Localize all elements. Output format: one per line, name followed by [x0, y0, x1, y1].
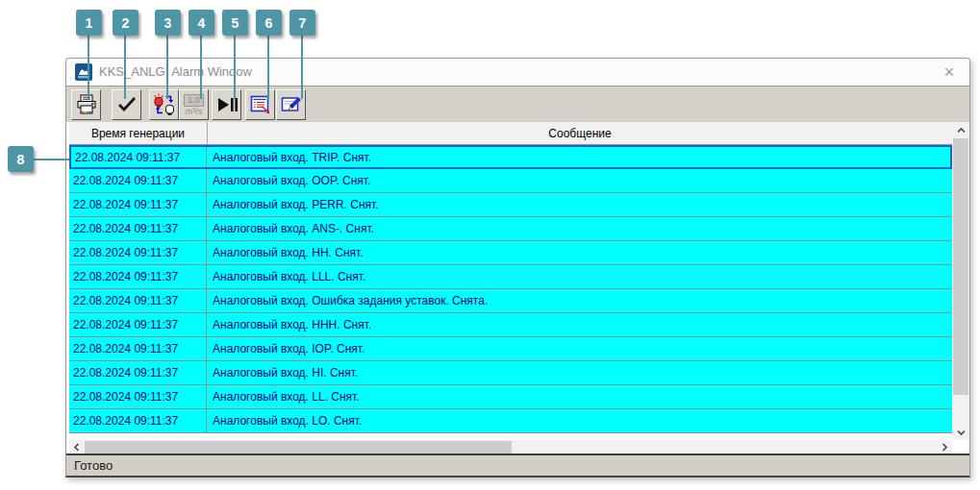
flow-units-button[interactable]: 1.0 m³/s	[179, 89, 209, 120]
column-header-message[interactable]: Сообщение	[208, 122, 952, 144]
edit-notes-icon	[280, 93, 303, 116]
row-message: Аналоговый вход. ANS-. Снят.	[207, 217, 952, 240]
check-icon	[115, 93, 138, 116]
table-row[interactable]: 22.08.2024 09:11:37 Аналоговый вход. HH.…	[69, 241, 952, 265]
event-list-button[interactable]	[245, 89, 275, 120]
print-button[interactable]	[71, 89, 101, 120]
callout-line-3	[166, 36, 168, 99]
alarm-mode-button[interactable]	[149, 89, 179, 120]
row-time: 22.08.2024 09:11:37	[69, 289, 207, 312]
status-bar: Готово	[66, 453, 969, 476]
scroll-left-icon[interactable]	[69, 440, 85, 454]
printer-icon	[75, 93, 98, 116]
row-time: 22.08.2024 09:11:37	[69, 217, 207, 240]
row-time: 22.08.2024 09:11:37	[69, 265, 207, 288]
row-message: Аналоговый вход. LL. Снят.	[207, 385, 952, 408]
horizontal-scrollbar[interactable]	[69, 440, 952, 454]
row-message: Аналоговый вход. IOP. Снят.	[207, 337, 952, 360]
row-time: 22.08.2024 09:11:37	[69, 193, 207, 216]
alarm-rows: 22.08.2024 09:11:37 Аналоговый вход. TRI…	[69, 145, 952, 433]
table-row[interactable]: 22.08.2024 09:11:37 Аналоговый вход. OOP…	[69, 169, 952, 193]
column-header-time[interactable]: Время генерации	[69, 122, 208, 144]
status-text: Готово	[66, 458, 113, 473]
scroll-right-icon[interactable]	[937, 440, 952, 454]
callout-line-2	[124, 36, 126, 99]
callout-badge-5: 5	[222, 10, 248, 36]
callout-badge-1: 1	[76, 10, 102, 36]
row-message: Аналоговый вход. PERR. Снят.	[207, 193, 952, 216]
window-title: KKS_ANLGI Alarm Window	[99, 64, 252, 79]
callout-badge-2: 2	[113, 10, 138, 36]
row-message: Аналоговый вход. HH. Снят.	[207, 241, 952, 264]
row-message: Аналоговый вход. LO. Снят.	[207, 409, 952, 432]
acknowledge-button[interactable]	[112, 89, 141, 120]
table-row[interactable]: 22.08.2024 09:11:37 Аналоговый вход. Оши…	[69, 289, 952, 313]
row-time: 22.08.2024 09:11:37	[69, 313, 207, 336]
alarm-window: KKS_ANLGI Alarm Window ×	[65, 58, 970, 478]
play-pause-button[interactable]	[212, 89, 241, 120]
vertical-scroll-thumb[interactable]	[953, 138, 968, 395]
row-time: 22.08.2024 09:11:37	[69, 337, 207, 360]
row-message: Аналоговый вход. HI. Снят.	[207, 361, 952, 384]
horizontal-scroll-thumb[interactable]	[85, 441, 512, 453]
scroll-down-icon[interactable]	[952, 424, 969, 440]
callout-line-5	[234, 36, 236, 99]
callout-badge-8: 8	[8, 146, 34, 172]
flow-units-unit: m³/s	[186, 108, 203, 116]
row-time: 22.08.2024 09:11:37	[69, 169, 207, 192]
table-row[interactable]: 22.08.2024 09:11:37 Аналоговый вход. LL.…	[69, 385, 952, 409]
vertical-scrollbar[interactable]	[952, 122, 969, 440]
alarm-lamps-icon	[153, 93, 176, 116]
table-header: Время генерации Сообщение	[69, 122, 952, 145]
row-message: Аналоговый вход. OOP. Снят.	[207, 169, 952, 192]
row-time: 22.08.2024 09:11:37	[71, 147, 207, 167]
callout-badge-7: 7	[289, 10, 315, 36]
app-icon	[75, 63, 92, 81]
callout-line-6	[267, 36, 269, 99]
row-time: 22.08.2024 09:11:37	[69, 241, 207, 264]
table-row[interactable]: 22.08.2024 09:11:37 Аналоговый вход. IOP…	[69, 337, 952, 361]
table-row[interactable]: 22.08.2024 09:11:37 Аналоговый вход. TRI…	[69, 145, 952, 169]
table-row[interactable]: 22.08.2024 09:11:37 Аналоговый вход. HHH…	[69, 313, 952, 337]
callout-line-4	[200, 36, 202, 99]
screenshot-stage: 1 2 3 4 5 6 7 8 KKS_ANLGI Alarm Window ×	[0, 0, 980, 490]
callout-badge-3: 3	[155, 10, 181, 36]
alarm-table: Время генерации Сообщение 22.08.2024 09:…	[66, 122, 969, 454]
callout-badge-4: 4	[188, 10, 214, 36]
scroll-up-icon[interactable]	[952, 122, 969, 138]
row-message: Аналоговый вход. HHH. Снят.	[207, 313, 952, 336]
close-icon[interactable]: ×	[939, 61, 960, 83]
table-row[interactable]: 22.08.2024 09:11:37 Аналоговый вход. LLL…	[69, 265, 952, 289]
table-row[interactable]: 22.08.2024 09:11:37 Аналоговый вход. LO.…	[69, 409, 952, 433]
row-message: Аналоговый вход. Ошибка задания уставок.…	[207, 289, 952, 312]
callout-line-8	[34, 159, 69, 160]
callout-line-7	[301, 36, 303, 99]
row-time: 22.08.2024 09:11:37	[69, 385, 207, 408]
table-row[interactable]: 22.08.2024 09:11:37 Аналоговый вход. PER…	[69, 193, 952, 217]
row-message: Аналоговый вход. LLL. Снят.	[207, 265, 952, 288]
row-time: 22.08.2024 09:11:37	[69, 361, 207, 384]
table-row[interactable]: 22.08.2024 09:11:37 Аналоговый вход. HI.…	[69, 361, 952, 385]
row-message: Аналоговый вход. TRIP. Снят.	[207, 147, 950, 167]
callout-line-1	[88, 36, 89, 99]
table-row[interactable]: 22.08.2024 09:11:37 Аналоговый вход. ANS…	[69, 217, 952, 241]
row-time: 22.08.2024 09:11:37	[69, 409, 207, 432]
callout-badge-6: 6	[256, 10, 282, 36]
